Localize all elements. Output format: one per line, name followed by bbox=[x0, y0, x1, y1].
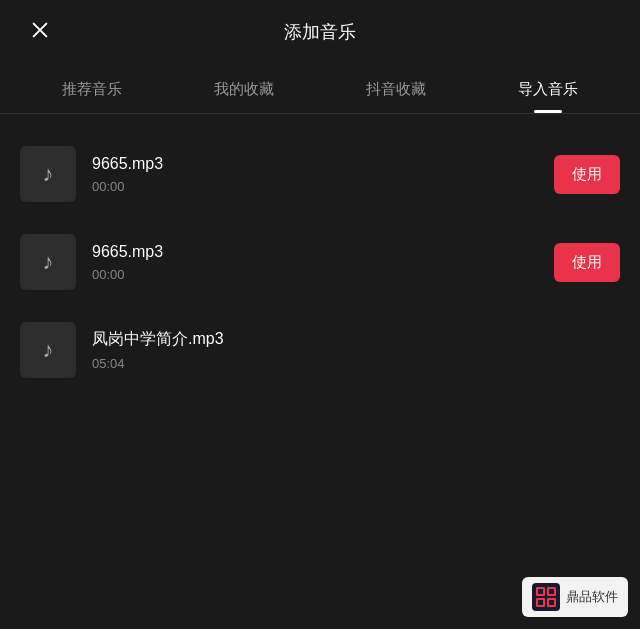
music-name: 凤岗中学简介.mp3 bbox=[92, 329, 620, 350]
watermark-text: 鼎品软件 bbox=[566, 588, 618, 606]
app-container: 添加音乐 推荐音乐 我的收藏 抖音收藏 导入音乐 ♪ 9665.mp3 00:0… bbox=[0, 0, 640, 402]
music-list: ♪ 9665.mp3 00:00 使用 ♪ 9665.mp3 00:00 使用 … bbox=[0, 122, 640, 402]
svg-rect-6 bbox=[549, 589, 554, 594]
svg-rect-0 bbox=[532, 583, 560, 611]
music-duration: 00:00 bbox=[92, 179, 538, 194]
music-name: 9665.mp3 bbox=[92, 243, 538, 261]
watermark: 鼎品软件 bbox=[522, 577, 628, 617]
music-thumbnail: ♪ bbox=[20, 146, 76, 202]
list-item: ♪ 9665.mp3 00:00 使用 bbox=[0, 218, 640, 306]
svg-rect-7 bbox=[538, 600, 543, 605]
music-note-icon: ♪ bbox=[43, 337, 54, 363]
header: 添加音乐 bbox=[0, 0, 640, 60]
header-title: 添加音乐 bbox=[284, 20, 356, 44]
use-button[interactable]: 使用 bbox=[554, 243, 620, 282]
music-thumbnail: ♪ bbox=[20, 234, 76, 290]
music-name: 9665.mp3 bbox=[92, 155, 538, 173]
music-info: 凤岗中学简介.mp3 05:04 bbox=[92, 329, 620, 371]
music-note-icon: ♪ bbox=[43, 161, 54, 187]
tab-bar: 推荐音乐 我的收藏 抖音收藏 导入音乐 bbox=[0, 60, 640, 114]
list-item: ♪ 9665.mp3 00:00 使用 bbox=[0, 130, 640, 218]
music-duration: 00:00 bbox=[92, 267, 538, 282]
music-thumbnail: ♪ bbox=[20, 322, 76, 378]
music-info: 9665.mp3 00:00 bbox=[92, 155, 538, 194]
music-info: 9665.mp3 00:00 bbox=[92, 243, 538, 282]
tab-douyin[interactable]: 抖音收藏 bbox=[354, 72, 438, 113]
watermark-icon bbox=[532, 583, 560, 611]
list-item: ♪ 凤岗中学简介.mp3 05:04 bbox=[0, 306, 640, 394]
tab-favorites[interactable]: 我的收藏 bbox=[202, 72, 286, 113]
music-duration: 05:04 bbox=[92, 356, 620, 371]
svg-rect-5 bbox=[538, 589, 543, 594]
svg-rect-8 bbox=[549, 600, 554, 605]
use-button[interactable]: 使用 bbox=[554, 155, 620, 194]
tab-import[interactable]: 导入音乐 bbox=[506, 72, 590, 113]
music-note-icon: ♪ bbox=[43, 249, 54, 275]
close-button[interactable] bbox=[24, 14, 56, 46]
tab-recommend[interactable]: 推荐音乐 bbox=[50, 72, 134, 113]
